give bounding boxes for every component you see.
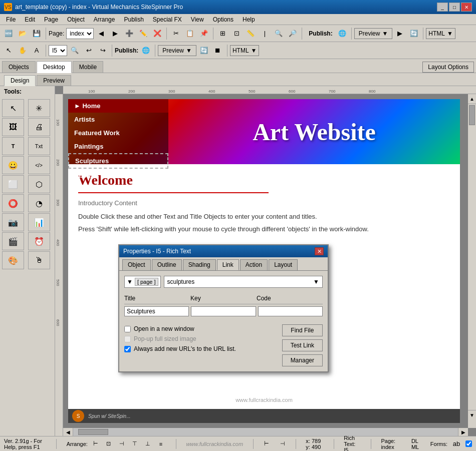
image-tool[interactable]: 🖼 xyxy=(2,118,24,136)
page-select[interactable]: index xyxy=(66,28,94,39)
always-add-url-checkbox[interactable] xyxy=(124,346,131,352)
menu-file[interactable]: File xyxy=(2,15,20,24)
tab-preview[interactable]: Preview xyxy=(37,75,71,86)
align-btn2[interactable]: ⊢ xyxy=(264,439,270,449)
scroll-down-btn[interactable]: ▼ xyxy=(468,410,476,420)
select-tool[interactable]: ↖ xyxy=(2,99,24,117)
paint-tool[interactable]: 🎨 xyxy=(2,251,24,269)
menu-page[interactable]: Page xyxy=(40,15,62,24)
zoom-in-btn[interactable]: 🔍 xyxy=(272,27,285,40)
page-next[interactable]: ▶ xyxy=(109,27,122,40)
dialog-close-button[interactable]: ✕ xyxy=(315,247,324,255)
link-type-dropdown[interactable]: ▼ [ page ] xyxy=(124,276,161,288)
chart-tool[interactable]: 📊 xyxy=(28,213,50,231)
key-input[interactable] xyxy=(191,306,256,316)
menu-options[interactable]: Options xyxy=(209,15,237,24)
tab-design[interactable]: Design xyxy=(4,75,36,86)
test-link-button[interactable]: Test Link xyxy=(282,339,323,351)
cursor-tool[interactable]: 🖱 xyxy=(28,251,50,269)
dialog-tab-layout[interactable]: Layout xyxy=(269,259,298,270)
preview2-dropdown[interactable]: Preview ▼ xyxy=(158,45,196,56)
title-input[interactable] xyxy=(124,306,189,316)
undo-btn[interactable]: ↩ xyxy=(82,44,95,57)
menu-edit[interactable]: Edit xyxy=(21,15,39,24)
new-btn[interactable]: 🆕 xyxy=(2,27,15,40)
nav-about[interactable]: About xyxy=(68,169,168,182)
close-button[interactable]: ✕ xyxy=(461,3,472,12)
open-new-window-checkbox[interactable] xyxy=(124,326,131,332)
menu-publish[interactable]: Publish xyxy=(120,15,147,24)
face-tool[interactable]: 😀 xyxy=(2,156,24,174)
dialog-tab-shading[interactable]: Shading xyxy=(183,259,216,270)
arrange-bottom[interactable]: ≡ xyxy=(156,439,166,449)
rect-tool[interactable]: ⬜ xyxy=(2,175,24,193)
video-tool[interactable]: 🎬 xyxy=(2,232,24,250)
forms-checkbox[interactable] xyxy=(465,440,472,447)
circle-tool[interactable]: ⭕ xyxy=(2,194,24,212)
scrollbar-vertical[interactable]: ▲ ▼ xyxy=(468,94,476,428)
cut-btn[interactable]: ✂ xyxy=(169,27,182,40)
scroll-thumb-v[interactable] xyxy=(469,105,475,125)
nav-artists[interactable]: Artists xyxy=(68,113,168,126)
text-btn[interactable]: A xyxy=(30,44,43,57)
paste-btn[interactable]: 📌 xyxy=(197,27,210,40)
clock-tool[interactable]: ⏰ xyxy=(28,232,50,250)
layout-options-button[interactable]: Layout Options xyxy=(422,62,474,73)
html-select[interactable]: HTML ▼ xyxy=(426,28,455,39)
tab-mobile[interactable]: Mobile xyxy=(73,61,103,73)
save-btn[interactable]: 💾 xyxy=(30,27,43,40)
zoom-custom[interactable]: 🔍 xyxy=(68,44,81,57)
scroll-up-btn[interactable]: ▲ xyxy=(468,94,476,104)
arrange-align-left[interactable]: ⊢ xyxy=(91,439,101,449)
edit-page-btn[interactable]: ✏️ xyxy=(137,27,150,40)
add-page-btn[interactable]: ➕ xyxy=(123,27,136,40)
code-tool[interactable]: </> xyxy=(28,156,50,174)
minimize-button[interactable]: _ xyxy=(437,3,448,12)
poly-tool[interactable]: ⬡ xyxy=(28,175,50,193)
preview3-btn[interactable]: 🔄 xyxy=(407,27,420,40)
code-input[interactable] xyxy=(258,306,323,316)
page-prev[interactable]: ◀ xyxy=(95,27,108,40)
link-value-dropdown[interactable]: sculptures ▼ xyxy=(164,276,323,288)
stop-btn[interactable]: ⏹ xyxy=(211,44,224,57)
align-btn3[interactable]: ⊣ xyxy=(280,439,286,449)
guide-btn[interactable]: | xyxy=(258,27,271,40)
scrollbar-horizontal[interactable]: ◀ ▶ xyxy=(63,428,468,436)
html-select2[interactable]: HTML ▼ xyxy=(230,45,260,56)
copy-btn[interactable]: 📋 xyxy=(183,27,196,40)
zoom-out-btn[interactable]: 🔎 xyxy=(286,27,299,40)
nav-featured[interactable]: Featured Work xyxy=(68,126,168,140)
maximize-button[interactable]: □ xyxy=(449,3,460,12)
forms-input-btn[interactable]: ab xyxy=(450,439,462,449)
print-tool[interactable]: 🖨 xyxy=(28,118,50,136)
arc-tool[interactable]: ◔ xyxy=(28,194,50,212)
dialog-tab-action[interactable]: Action xyxy=(240,259,268,270)
menu-help[interactable]: Help xyxy=(239,15,259,24)
preview-btn[interactable]: Preview ▼ xyxy=(354,28,393,39)
arrange-center-h[interactable]: ⊡ xyxy=(104,439,114,449)
text-tool[interactable]: Txt xyxy=(28,137,50,155)
scroll-thumb-h[interactable] xyxy=(78,429,108,435)
nav-paintings[interactable]: Paintings xyxy=(68,140,168,153)
snap-btn[interactable]: ⊡ xyxy=(230,27,243,40)
arrange-align-right[interactable]: ⊣ xyxy=(117,439,127,449)
menu-object[interactable]: Object xyxy=(63,15,89,24)
magic-tool[interactable]: ✳ xyxy=(28,99,50,117)
publish-btn[interactable]: 🌐 xyxy=(336,27,349,40)
refresh-btn[interactable]: 🔄 xyxy=(197,44,210,57)
scroll-left-btn[interactable]: ◀ xyxy=(63,428,73,436)
dialog-tab-outline[interactable]: Outline xyxy=(152,259,182,270)
dialog-tab-object[interactable]: Object xyxy=(122,259,151,270)
publish2-btn[interactable]: 🌐 xyxy=(139,44,152,57)
menu-specialfx[interactable]: Special FX xyxy=(149,15,186,24)
delete-page-btn[interactable]: ❌ xyxy=(151,27,164,40)
tab-desktop[interactable]: Desktop xyxy=(37,61,72,73)
arrange-center-v[interactable]: ⊥ xyxy=(143,439,153,449)
tab-objects[interactable]: Objects xyxy=(2,61,36,73)
nav-sculptures[interactable]: Sculptures xyxy=(68,153,168,169)
hand-btn[interactable]: ✋ xyxy=(16,44,29,57)
grid-btn[interactable]: ⊞ xyxy=(216,27,229,40)
redo-btn[interactable]: ↪ xyxy=(96,44,109,57)
nav-home[interactable]: ► Home xyxy=(68,99,168,113)
zoom-select[interactable]: I5 xyxy=(49,45,67,56)
